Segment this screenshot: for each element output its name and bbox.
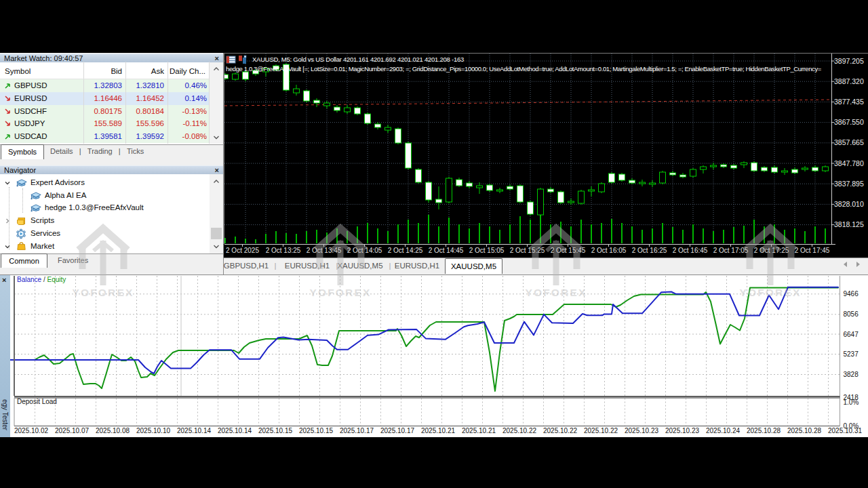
svg-text:2025.10.28: 2025.10.28	[747, 427, 781, 434]
svg-text:2 Oct 2025: 2 Oct 2025	[226, 247, 259, 254]
svg-text:Deposit Load: Deposit Load	[17, 398, 57, 405]
svg-text:2025.10.24: 2025.10.24	[706, 427, 740, 434]
svg-text:3818.125: 3818.125	[834, 220, 864, 228]
svg-text:2025.10.10: 2025.10.10	[136, 427, 170, 434]
svg-text:2025.10.17: 2025.10.17	[340, 427, 374, 434]
svg-text:2025.10.17: 2025.10.17	[380, 427, 414, 434]
svg-text:2025.10.22: 2025.10.22	[543, 427, 577, 434]
svg-text:2025.10.15: 2025.10.15	[258, 427, 292, 434]
svg-text:1.0%: 1.0%	[844, 399, 859, 406]
svg-text:2025.10.08: 2025.10.08	[96, 427, 130, 434]
svg-text:8056: 8056	[844, 310, 859, 318]
svg-text:2025.10.23: 2025.10.23	[625, 427, 658, 434]
svg-text:2025.10.02: 2025.10.02	[14, 427, 48, 434]
svg-text:5237: 5237	[844, 350, 859, 358]
svg-text:3887.320: 3887.320	[834, 77, 864, 85]
svg-text:9466: 9466	[844, 290, 859, 298]
svg-text:2 Oct 16:25: 2 Oct 16:25	[632, 247, 667, 254]
svg-text:3857.665: 3857.665	[834, 138, 864, 146]
svg-text:3828: 3828	[844, 371, 859, 378]
svg-text:3877.435: 3877.435	[834, 98, 864, 106]
svg-text:2 Oct 14:25: 2 Oct 14:25	[388, 247, 423, 254]
svg-text:2025.10.15: 2025.10.15	[299, 427, 333, 434]
svg-text:YOFOREX: YOFOREX	[739, 287, 801, 298]
svg-text:YOFOREX: YOFOREX	[309, 287, 371, 298]
svg-text:3897.205: 3897.205	[834, 57, 864, 65]
svg-text:3837.895: 3837.895	[834, 180, 864, 188]
svg-text:XAUUSD, M5: Gold vs US Dollar: XAUUSD, M5: Gold vs US Dollar 4201.161 4…	[252, 56, 464, 63]
svg-text:3847.780: 3847.780	[834, 159, 864, 167]
svg-text:2025.10.14: 2025.10.14	[177, 427, 211, 434]
svg-text:2 Oct 13:25: 2 Oct 13:25	[266, 247, 301, 254]
svg-text:2025.10.07: 2025.10.07	[55, 427, 89, 434]
svg-text:2 Oct 14:45: 2 Oct 14:45	[429, 247, 464, 254]
svg-text:2025.10.22: 2025.10.22	[584, 427, 618, 434]
svg-text:YOFOREX: YOFOREX	[72, 287, 134, 298]
svg-text:3867.550: 3867.550	[834, 118, 864, 126]
svg-text:hedge 1.0.3@FreeEAfxVault [=;: hedge 1.0.3@FreeEAfxVault [=; LotSize=0.…	[226, 65, 822, 73]
svg-text:2025.10.22: 2025.10.22	[502, 427, 536, 434]
svg-text:Balance / Equity: Balance / Equity	[17, 276, 66, 283]
svg-text:6647: 6647	[844, 331, 859, 338]
svg-text:2 Oct 15:05: 2 Oct 15:05	[469, 247, 505, 254]
svg-text:2025.10.23: 2025.10.23	[665, 427, 699, 434]
svg-text:2025.10.21: 2025.10.21	[421, 427, 455, 434]
svg-text:2 Oct 16:45: 2 Oct 16:45	[673, 247, 708, 254]
svg-text:3828.010: 3828.010	[834, 200, 864, 208]
svg-text:2025.10.28: 2025.10.28	[787, 427, 821, 434]
svg-text:2025.10.14: 2025.10.14	[218, 427, 252, 434]
svg-text:2025.10.31: 2025.10.31	[828, 427, 862, 434]
svg-text:YOFOREX: YOFOREX	[525, 287, 587, 298]
svg-text:2025.10.21: 2025.10.21	[462, 427, 496, 434]
